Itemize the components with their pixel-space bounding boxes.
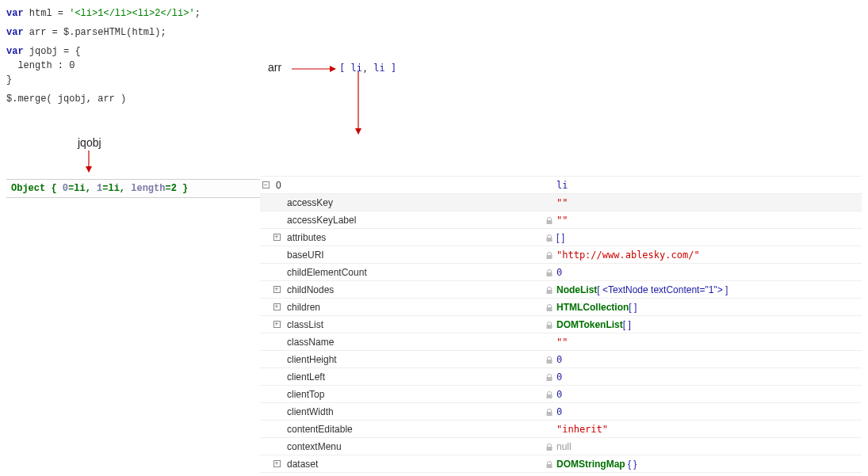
tree-key: childElementCount [287,267,367,278]
tree-value: 0 [556,406,562,417]
tree-value: 0 [556,354,562,365]
tree-key: classList [287,319,323,330]
expand-icon[interactable]: + [273,303,281,310]
tree-value: [ ] [556,232,564,243]
tree-value: 0 [556,371,562,383]
expand-icon[interactable]: + [273,234,281,241]
lock-icon [545,268,553,276]
tree-row[interactable]: clientWidth0 [260,402,862,420]
lock-icon [545,373,553,381]
tree-row[interactable]: +datasetDOMStringMap { } [260,455,862,472]
lock-icon [545,390,553,398]
tree-key: clientLeft [287,371,325,383]
tree-key: contentEditable [287,424,353,435]
tree-row[interactable]: +classListDOMTokenList[ ] [260,315,862,333]
lock-icon [545,443,553,451]
tree-value: 0 [556,389,562,400]
tree-row[interactable]: clientHeight0 [260,350,862,367]
tree-row[interactable]: +childrenHTMLCollection[ ] [260,298,862,315]
tree-key: 0 [276,180,281,191]
jqobj-result[interactable]: Object { 0=li, 1=li, length=2 } [6,179,260,198]
tree-key: baseURI [287,249,324,261]
tree-value: "" [556,337,568,348]
lock-icon [545,251,553,259]
code-snippet: var html = '<li>1</li><li>2</li>'; var a… [6,6,862,106]
tree-key: clientWidth [287,406,334,417]
annotation-arr-value: [ li, li ] [339,61,396,75]
tree-row[interactable]: clientTop0 [260,385,862,402]
tree-value: li [556,180,568,191]
tree-row[interactable]: className"" [260,333,862,350]
tree-key: clientHeight [287,354,337,365]
lock-icon [545,234,553,242]
tree-key: childNodes [287,284,334,295]
tree-value: "" [556,215,568,226]
tree-row-root[interactable]: − 0 li [260,176,862,193]
tree-value: null [556,441,572,452]
tree-key: dataset [287,459,318,470]
tree-value: DOMStringMap { } [556,459,637,470]
tree-value: NodeList[ <TextNode textContent="1"> ] [556,284,728,295]
tree-key: clientTop [287,389,324,400]
tree-key: contextMenu [287,441,342,452]
arrow-down-icon [86,150,94,173]
svg-marker-1 [330,66,336,72]
property-inspector: − 0 li accessKey""accessKeyLabel""+attri… [260,176,862,476]
lock-icon [545,408,553,416]
annotation-jqobj-label: jqobj [78,136,260,149]
tree-row[interactable]: dir"" [260,472,862,476]
expand-icon[interactable]: + [273,460,281,467]
tree-row[interactable]: baseURI"http://www.ablesky.com/" [260,246,862,263]
tree-row[interactable]: accessKeyLabel"" [260,211,862,228]
tree-key: children [287,302,320,313]
expand-icon[interactable]: + [273,286,281,293]
tree-row[interactable]: contentEditable"inherit" [260,420,862,437]
lock-icon [545,321,553,329]
expand-icon[interactable]: + [273,321,281,328]
lock-icon [545,356,553,364]
tree-value: 0 [556,267,562,278]
tree-key: attributes [287,232,326,243]
tree-row[interactable]: +childNodesNodeList[ <TextNode textConte… [260,280,862,298]
lock-icon [545,286,553,294]
tree-key: accessKeyLabel [287,215,356,226]
tree-value: DOMTokenList[ ] [556,319,631,330]
svg-marker-5 [86,166,92,173]
tree-key: accessKey [287,197,333,208]
tree-value: HTMLCollection[ ] [556,302,637,313]
collapse-icon[interactable]: − [262,181,270,188]
tree-row[interactable]: accessKey"" [260,193,862,211]
tree-row[interactable]: clientLeft0 [260,367,862,385]
tree-value: "http://www.ablesky.com/" [556,249,700,261]
lock-icon [545,216,553,224]
annotation-arr-label: arr [268,59,281,76]
tree-value: "" [556,197,568,208]
tree-row[interactable]: +attributes[ ] [260,228,862,246]
lock-icon [545,303,553,311]
lock-icon [545,460,553,468]
tree-row[interactable]: childElementCount0 [260,263,862,280]
tree-value: "inherit" [556,424,608,435]
arrow-right-icon [292,66,335,74]
tree-key: className [287,337,334,348]
tree-row[interactable]: contextMenunull [260,437,862,455]
